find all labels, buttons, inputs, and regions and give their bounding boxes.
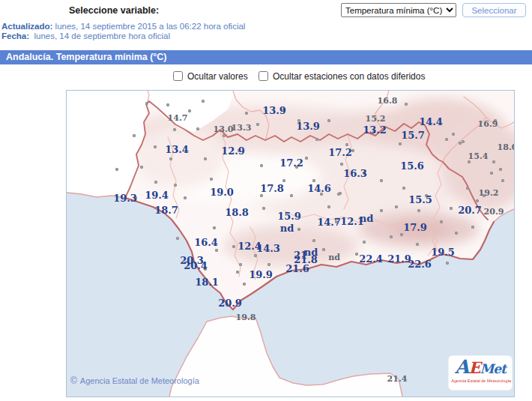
temperature-value: 21.4	[387, 374, 408, 384]
variable-dropdown[interactable]: Temperatura mínima (°C)	[341, 3, 456, 17]
aemet-logo-caption: Agencia Estatal de Meteorología	[451, 379, 509, 383]
temperature-value: 22.6	[408, 259, 432, 270]
temperature-value: 16.9	[478, 119, 498, 129]
temperature-value: 13.2	[363, 124, 387, 136]
hide-deferred-checkbox[interactable]	[259, 71, 268, 81]
temperature-value: nd	[328, 253, 340, 262]
temperature-value: 21.6	[285, 263, 309, 274]
copyright-text: Agencia Estatal de Meteorología	[80, 376, 199, 385]
temperature-map[interactable]: 14.713.013.316.815.216.918.015.419.220.9…	[66, 90, 515, 397]
temperature-value: 13.9	[262, 105, 286, 116]
temperature-value: 13.0	[214, 124, 234, 134]
updated-line: Actualizado: lunes, 14 septiembre 2015 a…	[1, 22, 245, 31]
date-label: Fecha:	[1, 31, 29, 40]
temperature-value: 19.8	[236, 313, 256, 322]
date-value: lunes, 14 de septiembre hora oficial	[34, 31, 170, 40]
temperature-value: 19.0	[210, 187, 234, 198]
temperature-value: 16.4	[194, 237, 218, 248]
aemet-logo-text: AEMet	[449, 356, 512, 379]
temperature-value: 13.9	[296, 121, 320, 132]
temperature-value: 13.3	[232, 123, 252, 133]
temperature-value: 19.9	[249, 269, 273, 280]
temperature-value: 18.8	[225, 207, 249, 218]
temperature-value: 17.2	[328, 147, 352, 158]
temperature-value: 18.7	[154, 205, 178, 216]
temperature-value: 13.4	[165, 144, 189, 155]
temperature-value: 14.6	[307, 183, 331, 194]
temperature-value: 14.4	[419, 116, 443, 127]
hide-values-checkbox[interactable]	[173, 71, 183, 81]
temperature-value: 19.5	[431, 247, 455, 258]
temperature-value: 12.9	[221, 145, 245, 157]
hide-values-label[interactable]: Ocultar valores	[187, 71, 248, 82]
temperature-value: 19.3	[113, 193, 137, 204]
logo-letter-a: A	[455, 356, 468, 378]
temperature-value: 15.4	[468, 151, 489, 161]
temperature-value: 19.2	[479, 188, 499, 198]
logo-letter-e: E	[468, 358, 480, 377]
select-variable-label: Seleccione variable:	[69, 5, 159, 16]
section-header-bar: Andalucía. Temperatura mínima (°C)	[0, 50, 532, 64]
temperature-value: 16.8	[378, 96, 398, 106]
updated-label: Actualizado:	[1, 22, 52, 31]
aemet-logo: AEMet Agencia Estatal de Meteorología	[449, 356, 512, 390]
temperature-value: 20.9	[484, 207, 504, 217]
temperature-value: 18.1	[195, 277, 219, 288]
temperature-value: 20.4	[184, 260, 208, 271]
temperature-value: 15.7	[401, 130, 425, 141]
copyright-credit: ©Agencia Estatal de Meteorología	[70, 376, 199, 386]
date-line: Fecha: lunes, 14 de septiembre hora ofic…	[1, 31, 170, 40]
seleccionar-button[interactable]: Seleccionar	[462, 3, 526, 17]
temperature-value: 20.9	[218, 298, 242, 309]
updated-value: lunes, 14 septiembre 2015 a las 06:22 ho…	[55, 22, 246, 31]
temperature-value: 18.0	[498, 142, 515, 152]
copyright-icon: ©	[70, 376, 77, 386]
temperature-value: nd	[280, 223, 294, 234]
page-title: Andalucía. Temperatura mínima (°C)	[0, 50, 532, 62]
temperature-value: nd	[360, 213, 374, 224]
temperature-value: 15.9	[277, 211, 301, 222]
temperature-value: 14.3	[256, 243, 280, 254]
logo-letters-met: Met	[480, 361, 506, 376]
temperature-value: 17.9	[403, 222, 427, 233]
map-labels-layer: 14.713.013.316.815.216.918.015.419.220.9…	[67, 91, 514, 397]
temperature-value: 19.4	[145, 190, 169, 201]
temperature-value: 17.2	[279, 157, 303, 169]
temperature-value: 15.6	[400, 160, 424, 172]
temperature-value: 17.8	[260, 183, 284, 194]
temperature-value: 15.5	[408, 194, 432, 205]
temperature-value: 16.3	[343, 168, 367, 179]
temperature-value: 20.7	[458, 205, 482, 216]
temperature-value: 22.4	[359, 253, 383, 265]
hide-deferred-label[interactable]: Ocultar estaciones con datos diferidos	[273, 71, 425, 82]
temperature-value: 14.7	[317, 217, 341, 228]
temperature-value: 14.7	[168, 113, 188, 123]
temperature-value: 15.2	[366, 114, 386, 124]
map-options: Ocultar valores Ocultar estaciones con d…	[0, 71, 532, 85]
